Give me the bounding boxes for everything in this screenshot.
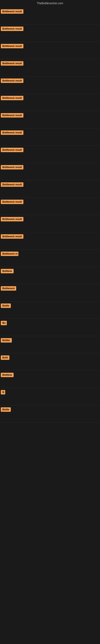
list-item: Bottleneck result <box>0 180 100 198</box>
list-item: Bottleneck result <box>0 59 100 76</box>
list-item: Bottlene <box>0 267 100 284</box>
list-item: Bottleneck result <box>0 7 100 24</box>
list-item: Bottleneck result <box>0 163 100 180</box>
bottleneck-result-badge[interactable]: Bottleneck result <box>1 165 23 170</box>
list-item: Bottleneck result <box>0 146 100 163</box>
list-item: B <box>0 388 100 405</box>
bottleneck-result-badge[interactable]: Bottleneck result <box>1 217 23 222</box>
list-item: Bottleneck result <box>0 128 100 146</box>
bottleneck-result-badge[interactable]: Bottleneck result <box>1 148 23 152</box>
list-item: Bottleneck result <box>0 111 100 128</box>
bottleneck-result-badge[interactable]: Bottleneck result <box>1 44 23 48</box>
bottleneck-result-badge[interactable]: Bottleneck result <box>1 78 23 83</box>
list-item: Bottleneck result <box>0 24 100 42</box>
bottleneck-result-badge[interactable]: Bottleneck result <box>1 96 23 100</box>
bottleneck-result-badge[interactable]: Bottlene <box>1 373 14 377</box>
bottleneck-result-badge[interactable]: Bottleneck result <box>1 200 23 204</box>
list-item: Bottleneck result <box>0 232 100 250</box>
bottleneck-result-badge[interactable]: Bo <box>1 321 7 325</box>
bottleneck-result-badge[interactable]: Bottl <box>1 356 9 360</box>
bottleneck-result-badge[interactable]: Bottleneck result <box>1 130 23 135</box>
list-item: Bottl <box>0 354 100 371</box>
bottleneck-result-badge[interactable]: Bottleneck result <box>1 9 23 14</box>
bottleneck-result-badge[interactable]: Bottleneck re <box>1 252 18 256</box>
site-title: TheBottlenecker.com <box>0 0 100 7</box>
list-item: Bottleneck result <box>0 215 100 232</box>
bottleneck-result-badge[interactable]: Bottle <box>1 407 11 412</box>
list-item: Bottleneck result <box>0 76 100 94</box>
list-item: Bo <box>0 319 100 336</box>
list-item: Bottleneck result <box>0 94 100 111</box>
list-item: Bottleneck re <box>0 250 100 267</box>
list-item: Bottleneck result <box>0 198 100 215</box>
bottleneck-result-badge[interactable]: B <box>1 390 5 394</box>
bottleneck-result-badge[interactable]: Bottle <box>1 304 11 308</box>
bottleneck-result-badge[interactable]: Bottlene <box>1 269 14 273</box>
bottleneck-result-badge[interactable]: Bottleneck result <box>1 61 23 66</box>
list-item: Bottle <box>0 302 100 319</box>
bottleneck-result-badge[interactable]: Bottleneck result <box>1 234 23 239</box>
list-item: Bottlene <box>0 371 100 388</box>
bottleneck-result-badge[interactable]: Bottleneck result <box>1 26 23 31</box>
bottleneck-result-badge[interactable]: Bottleneck <box>1 286 16 290</box>
bottleneck-result-badge[interactable]: Bottleneck result <box>1 113 23 118</box>
list-item: Bottler <box>0 336 100 354</box>
list-item: Bottleneck result <box>0 42 100 59</box>
bottleneck-result-badge[interactable]: Bottleneck result <box>1 182 23 187</box>
bottleneck-result-badge[interactable]: Bottler <box>1 338 12 342</box>
list-item: Bottleneck <box>0 284 100 302</box>
list-item: Bottle <box>0 405 100 422</box>
